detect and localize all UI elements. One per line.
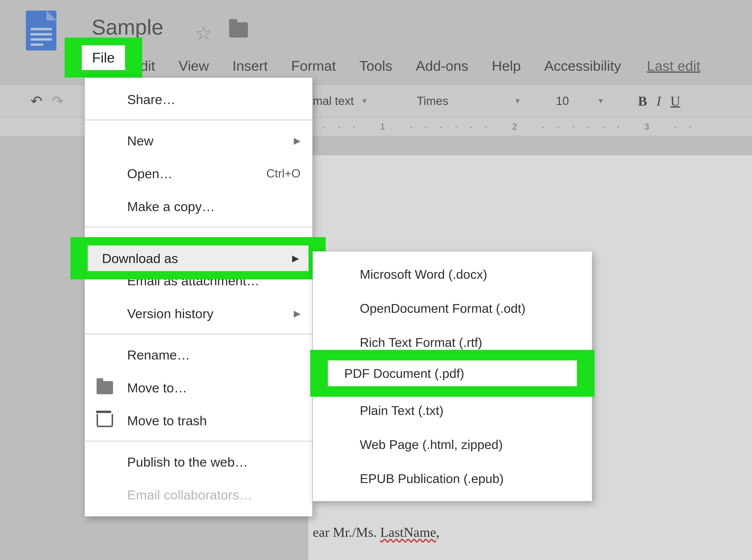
italic-button[interactable]: I bbox=[656, 93, 661, 109]
bold-button[interactable]: B bbox=[638, 93, 647, 109]
body-salutation: ear Mr./Ms. LastName, bbox=[313, 521, 752, 543]
chevron-right-icon: ▶ bbox=[294, 308, 301, 319]
star-icon[interactable]: ☆ bbox=[195, 22, 212, 44]
chevron-down-icon: ▼ bbox=[597, 97, 604, 105]
file-menu-download-as[interactable]: Download as ▶ bbox=[88, 245, 309, 271]
ruler-tick-2: 2 bbox=[512, 122, 518, 132]
download-option-epub[interactable]: EPUB Publication (.epub) bbox=[313, 461, 592, 496]
docs-logo-icon[interactable] bbox=[26, 11, 56, 51]
ruler-tick-1: 1 bbox=[380, 122, 386, 132]
download-option-pdf[interactable]: PDF Document (.pdf) bbox=[328, 360, 577, 386]
font-size-value: 10 bbox=[556, 94, 569, 108]
file-menu-move-to[interactable]: Move to… bbox=[85, 371, 312, 404]
file-menu-move-to-trash[interactable]: Move to trash bbox=[85, 404, 312, 437]
menu-format[interactable]: Format bbox=[287, 56, 341, 76]
spellcheck-word[interactable]: LastName bbox=[380, 524, 436, 540]
menu-file[interactable]: File bbox=[81, 45, 126, 70]
chevron-right-icon: ▶ bbox=[294, 136, 301, 146]
download-option-docx[interactable]: Microsoft Word (.docx) bbox=[313, 257, 592, 291]
underline-button[interactable]: U bbox=[671, 93, 680, 109]
file-menu-version-history[interactable]: Version history▶ bbox=[85, 297, 312, 330]
annotation-highlight-pdf: PDF Document (.pdf) bbox=[310, 350, 595, 397]
font-size-dropdown[interactable]: 10 ▼ bbox=[550, 94, 610, 108]
menu-tools[interactable]: Tools bbox=[354, 56, 397, 76]
trash-icon bbox=[97, 414, 113, 427]
file-menu-new[interactable]: New▶ bbox=[85, 124, 312, 157]
folder-icon bbox=[97, 381, 113, 394]
move-folder-icon[interactable] bbox=[229, 22, 248, 38]
file-menu-open[interactable]: Open…Ctrl+O bbox=[85, 157, 312, 190]
ruler-tick-3: 3 bbox=[644, 122, 651, 132]
menu-addons[interactable]: Add-ons bbox=[411, 56, 473, 76]
chevron-down-icon: ▼ bbox=[361, 97, 368, 105]
undo-icon[interactable]: ↶ bbox=[31, 93, 42, 109]
menu-insert[interactable]: Insert bbox=[228, 56, 272, 76]
chevron-right-icon: ▶ bbox=[292, 253, 299, 263]
download-option-html[interactable]: Web Page (.html, zipped) bbox=[313, 427, 592, 461]
menu-bar: File Edit View Insert Format Tools Add-o… bbox=[80, 54, 752, 78]
chevron-down-icon: ▼ bbox=[514, 97, 521, 105]
document-title[interactable]: Sample bbox=[92, 15, 163, 39]
file-menu-rename[interactable]: Rename… bbox=[85, 338, 312, 371]
font-family-dropdown[interactable]: Times ▼ bbox=[411, 94, 527, 108]
font-family-value: Times bbox=[417, 94, 448, 108]
menu-view[interactable]: View bbox=[174, 56, 214, 76]
menu-help[interactable]: Help bbox=[487, 56, 525, 76]
body-line: read about Company X's retail management… bbox=[313, 557, 752, 560]
annotation-highlight-download-as: Download as ▶ bbox=[71, 237, 326, 279]
download-option-odt[interactable]: OpenDocument Format (.odt) bbox=[313, 291, 592, 325]
file-menu-make-a-copy[interactable]: Make a copy… bbox=[85, 190, 312, 223]
redo-icon[interactable]: ↷ bbox=[52, 93, 63, 109]
file-menu-share[interactable]: Share… bbox=[85, 83, 312, 116]
paragraph-style-value: rmal text bbox=[309, 94, 354, 108]
download-option-txt[interactable]: Plain Text (.txt) bbox=[313, 393, 592, 427]
file-menu-email-collaborators: Email collaborators… bbox=[85, 478, 312, 511]
keyboard-shortcut: Ctrl+O bbox=[266, 167, 301, 180]
menu-accessibility[interactable]: Accessibility bbox=[540, 56, 626, 76]
annotation-highlight-file: File bbox=[65, 38, 142, 78]
file-menu-publish[interactable]: Publish to the web… bbox=[85, 445, 312, 478]
file-menu-dropdown: Share… New▶ Open…Ctrl+O Make a copy… Dow… bbox=[84, 78, 312, 517]
paragraph-style-dropdown[interactable]: rmal text ▼ bbox=[303, 94, 373, 108]
last-edit-link[interactable]: Last edit bbox=[647, 58, 700, 74]
